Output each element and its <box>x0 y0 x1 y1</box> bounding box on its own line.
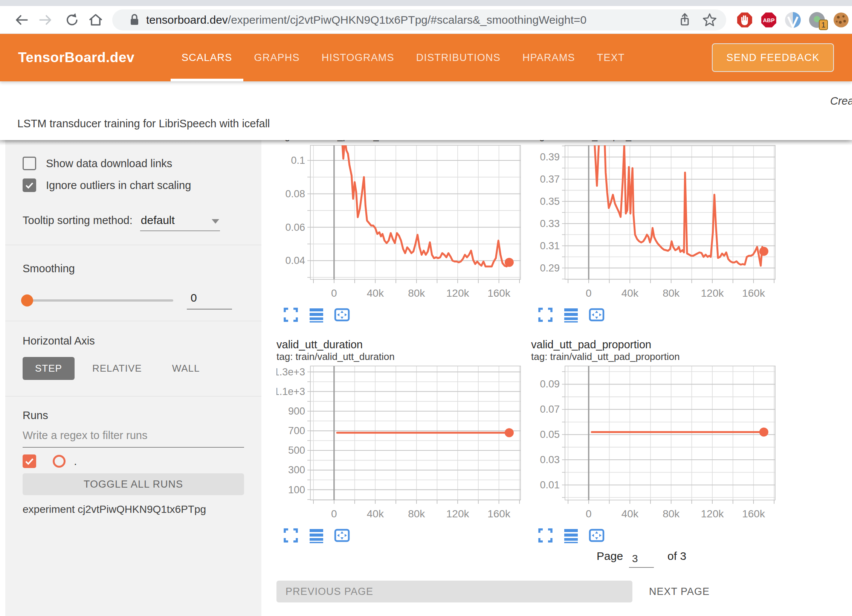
nav-tab-graphs[interactable]: GRAPHS <box>243 34 311 81</box>
chart-actions <box>282 306 531 323</box>
browser-chrome: tensorboard.dev/experiment/cj2vtPiwQHKN9… <box>0 0 852 34</box>
nav-tab-hparams[interactable]: HPARAMS <box>512 34 586 81</box>
cookie-extension-icon[interactable] <box>832 11 850 29</box>
page-number-input[interactable] <box>629 553 654 568</box>
chart-title: valid_utt_pad_proportion <box>531 338 786 351</box>
next-page-button[interactable]: NEXT PAGE <box>644 586 714 598</box>
fullscreen-icon[interactable] <box>537 527 554 544</box>
show-download-links-checkbox[interactable] <box>23 157 36 170</box>
reload-icon[interactable] <box>63 12 79 28</box>
experiment-id-caption: experiment cj2vtPiwQHKN9Q1tx6PTpg <box>23 503 244 515</box>
svg-text:0.08: 0.08 <box>285 188 305 200</box>
fullscreen-icon[interactable] <box>537 306 554 323</box>
svg-text:0: 0 <box>331 287 337 299</box>
svg-text:80k: 80k <box>663 287 680 299</box>
share-icon[interactable] <box>676 12 693 28</box>
horizontal-axis-buttons: STEPRELATIVEWALL <box>23 357 244 380</box>
svg-text:0.01: 0.01 <box>540 479 560 491</box>
svg-text:80k: 80k <box>408 287 425 299</box>
fit-domain-icon[interactable] <box>334 306 350 323</box>
svg-text:900: 900 <box>288 406 305 417</box>
url-text[interactable]: tensorboard.dev/experiment/cj2vtPiwQHKN9… <box>146 14 586 26</box>
extensions-row: ABP 1 <box>736 11 850 29</box>
fullscreen-icon[interactable] <box>282 527 299 544</box>
blocker-hand-extension-icon[interactable] <box>736 11 753 29</box>
fit-domain-icon[interactable] <box>334 527 350 544</box>
lock-icon[interactable] <box>128 13 141 27</box>
svg-text:40k: 40k <box>367 287 384 299</box>
nav-tab-scalars[interactable]: SCALARS <box>171 34 243 81</box>
abp-extension-icon[interactable]: ABP <box>760 11 777 29</box>
check-icon <box>24 180 34 190</box>
svg-text:700: 700 <box>288 425 305 436</box>
svg-text:80k: 80k <box>663 508 680 520</box>
data-table-icon[interactable] <box>563 306 579 323</box>
data-table-icon[interactable] <box>563 527 579 544</box>
nav-tab-distributions[interactable]: DISTRIBUTIONS <box>405 34 512 81</box>
v-extension-icon[interactable] <box>784 11 802 29</box>
smoothing-slider-thumb[interactable] <box>21 294 33 306</box>
svg-text:1.1e+3: 1.1e+3 <box>276 386 305 397</box>
chart-plot[interactable]: 0.090.070.050.030.01040k80k120k160k <box>531 364 780 523</box>
show-download-links-row[interactable]: Show data download links <box>23 157 244 170</box>
fit-domain-icon[interactable] <box>588 527 605 544</box>
svg-text:160k: 160k <box>742 287 765 299</box>
chart-tag: tag: train/valid_simple_loss <box>531 140 786 142</box>
svg-text:120k: 120k <box>446 287 470 299</box>
chart-tag: tag: train/valid_utt_pad_proportion <box>531 351 786 362</box>
chart-card: valid_utt_pad_proportion tag: train/vali… <box>531 338 786 544</box>
ignore-outliers-checkbox[interactable] <box>23 178 36 192</box>
chart-actions <box>537 306 786 323</box>
smoothing-value-input[interactable] <box>187 291 232 310</box>
profile-badge: 1 <box>819 20 828 30</box>
app-header: TensorBoard.dev SCALARSGRAPHSHISTOGRAMSD… <box>0 34 852 81</box>
data-table-icon[interactable] <box>308 527 325 544</box>
data-table-icon[interactable] <box>308 306 325 323</box>
axis-option-wall[interactable]: WALL <box>160 357 212 380</box>
chart-card: tag: train/valid_simple_loss 0.390.370.3… <box>531 140 786 323</box>
horizontal-axis-label: Horizontal Axis <box>23 335 244 347</box>
svg-text:80k: 80k <box>408 508 425 520</box>
toggle-all-runs-button[interactable]: TOGGLE ALL RUNS <box>23 473 244 495</box>
profile-extension-icon[interactable]: 1 <box>808 11 826 29</box>
home-icon[interactable] <box>87 12 104 28</box>
forward-icon[interactable] <box>38 12 54 28</box>
dashboard: Show data download links Ignore outliers… <box>0 140 852 616</box>
smoothing-label: Smoothing <box>23 262 244 275</box>
svg-text:120k: 120k <box>701 287 724 299</box>
svg-text:0.29: 0.29 <box>540 262 560 274</box>
ignore-outliers-label: Ignore outliers in chart scaling <box>46 179 191 192</box>
show-download-links-label: Show data download links <box>46 157 172 170</box>
svg-text:40k: 40k <box>367 508 384 520</box>
axis-option-step[interactable]: STEP <box>23 357 75 380</box>
run-row[interactable]: . <box>23 454 244 468</box>
axis-option-relative[interactable]: RELATIVE <box>80 357 154 380</box>
svg-text:0.06: 0.06 <box>285 222 305 233</box>
nav-tab-text[interactable]: TEXT <box>586 34 636 81</box>
svg-text:160k: 160k <box>487 287 511 299</box>
chart-plot[interactable]: 1.3e+31.1e+3900700500300100040k80k120k16… <box>276 364 525 523</box>
sidebar: Show data download links Ignore outliers… <box>5 140 261 616</box>
svg-text:0: 0 <box>586 287 592 299</box>
chart-plot[interactable]: 0.390.370.350.330.310.29040k80k120k160k <box>531 144 780 302</box>
fit-domain-icon[interactable] <box>588 306 605 323</box>
bookmark-star-icon[interactable] <box>701 12 718 28</box>
svg-text:0.37: 0.37 <box>540 174 560 185</box>
send-feedback-button[interactable]: SEND FEEDBACK <box>712 43 834 72</box>
svg-text:500: 500 <box>288 445 305 456</box>
page-label: Page <box>597 550 623 563</box>
previous-page-button[interactable]: PREVIOUS PAGE <box>276 581 632 602</box>
tooltip-sorting-dropdown[interactable]: default <box>140 213 220 231</box>
smoothing-slider[interactable] <box>23 299 173 302</box>
runs-filter-input[interactable] <box>23 429 244 448</box>
chart-plot[interactable]: 0.10.080.060.04040k80k120k160k <box>276 144 525 302</box>
url-bar[interactable]: tensorboard.dev/experiment/cj2vtPiwQHKN9… <box>112 9 726 30</box>
run-checkbox[interactable] <box>23 454 36 468</box>
runs-label: Runs <box>23 409 244 422</box>
nav-tab-histograms[interactable]: HISTOGRAMS <box>311 34 405 81</box>
svg-text:160k: 160k <box>487 508 511 520</box>
fullscreen-icon[interactable] <box>282 306 299 323</box>
back-icon[interactable] <box>13 12 29 28</box>
ignore-outliers-row[interactable]: Ignore outliers in chart scaling <box>23 178 244 192</box>
svg-text:0: 0 <box>586 508 592 520</box>
